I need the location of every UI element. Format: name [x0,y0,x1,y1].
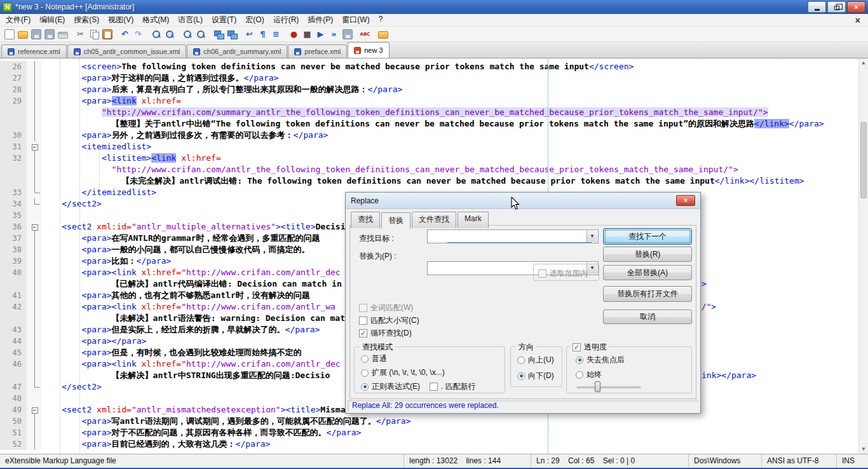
menu-item[interactable]: 窗口(W) [337,13,374,27]
tab-ch05_antlr_common_issue.xml[interactable]: ch05_antlr_common_issue.xml [67,44,187,58]
fold-toggle-icon[interactable] [27,141,42,153]
editor-line[interactable]: 52<para>目前已经遇到的，大致有这几类：</para> [0,438,868,450]
scrollbar-thumb[interactable] [860,122,867,198]
dialog-tab-Mark[interactable]: Mark [458,212,489,228]
find-icon[interactable] [149,27,163,41]
menu-item[interactable]: 语言(L) [173,13,207,27]
tab-reference.xml[interactable]: reference.xml [1,44,67,58]
zoom-out-icon[interactable] [194,27,207,41]
print-icon[interactable] [56,27,69,41]
zoom-in-icon[interactable] [180,27,194,41]
fold-toggle-icon[interactable] [27,221,42,233]
replace-icon[interactable] [163,27,176,41]
save-icon[interactable] [29,27,43,41]
editor-line[interactable]: "http://www.crifan.com/antlr_the_followi… [0,164,868,175]
chevron-down-icon[interactable]: ▼ [587,231,597,242]
find-next-button[interactable]: 查找下一个 [603,228,692,245]
paste-icon[interactable] [100,27,114,41]
save-macro-icon[interactable] [341,27,354,41]
slider-thumb[interactable] [595,381,600,392]
find-what-combobox[interactable]: ref="http://.+?/([\w_]+)/?">[^<>]+?</lin… [427,229,599,243]
dialog-tab-文件查找[interactable]: 文件查找 [412,212,456,228]
transparency-slider[interactable] [577,381,641,392]
menu-item[interactable]: ? [374,13,388,27]
editor-line[interactable]: 26<screen>The following token definition… [0,61,868,72]
in-selection-checkbox[interactable] [538,269,546,278]
cut-icon[interactable]: ✂ [74,27,87,41]
mode-normal-radio[interactable] [361,355,369,363]
editor-line[interactable]: 27<para>对于这样的问题，之前遇到过很多。</para> [0,72,868,84]
menu-item[interactable]: 文件(F) [1,13,35,27]
transparency-on-focus-loss-radio[interactable] [576,357,583,364]
tab-new-3[interactable]: new 3 [348,42,389,58]
minimize-button[interactable] [808,1,826,13]
wrap-around-checkbox[interactable] [359,329,367,337]
scroll-up-icon[interactable]: ▲ [859,58,868,67]
new-file-icon[interactable] [3,27,16,41]
editor-line[interactable]: "http://www.crifan.com/summary_antlr_the… [0,107,868,118]
dialog-titlebar[interactable]: Replace × [346,193,700,209]
scroll-down-icon[interactable]: ▼ [859,445,868,454]
cancel-button[interactable]: 取消 [603,309,692,324]
close-button[interactable]: × [847,1,865,13]
plugin-icon[interactable] [376,27,390,41]
editor-line[interactable]: 30<para>另外，之前遇到过很多次，有需要的可以去参考：</para> [0,130,868,141]
replace-button[interactable]: 替换(R) [603,247,692,262]
editor-line[interactable]: 【整理】关于antlr中出错“The following token defin… [0,118,868,130]
word-wrap-icon[interactable]: ↩ [243,27,256,41]
indent-guide-icon[interactable]: ≡ [269,27,283,41]
dialog-tab-查找[interactable]: 查找 [351,212,380,228]
sync-horizontal-icon[interactable] [225,27,238,41]
editor-line[interactable]: 32<listitem><link xl:href= [0,153,868,164]
menu-item[interactable]: 格式(M) [138,13,173,27]
status-encoding[interactable]: ANSI as UTF-8 [761,454,836,468]
transparency-checkbox[interactable] [573,343,581,351]
editor-line[interactable]: 51<para>对于不匹配的问题，其原因有各种各样，而导致不匹配的。</para… [0,427,868,438]
replace-all-open-docs-button[interactable]: 替换所有打开文件 [603,286,692,302]
document-close-icon[interactable]: × [853,15,863,25]
restore-button[interactable] [827,1,846,13]
sync-vertical-icon[interactable] [212,27,225,41]
dot-matches-newline-checkbox[interactable] [430,383,438,391]
redo-icon[interactable]: ↷ [132,27,145,41]
save-all-icon[interactable] [43,27,56,41]
titlebar[interactable]: N *new 3 - Notepad++ [Administrator] × [0,0,868,14]
menu-item[interactable]: 设置(T) [207,13,241,27]
record-macro-icon[interactable]: ● [287,27,301,41]
mode-extended-radio[interactable] [361,369,369,377]
show-all-chars-icon[interactable]: ¶ [256,27,269,41]
run-macro-multiple-icon[interactable]: » [327,27,341,41]
vertical-scrollbar[interactable]: ▲ ▼ [858,58,868,454]
editor-line[interactable]: 31<itemizedlist> [0,141,868,153]
menu-item[interactable]: 编辑(E) [35,13,69,27]
editor-line[interactable]: 【未完全解决】antlr调试出错: The following token de… [0,175,868,187]
mode-regex-radio[interactable] [361,383,369,391]
transparency-always-radio[interactable] [576,371,583,379]
fold-toggle-icon[interactable] [27,404,42,416]
dialog-tab-替换[interactable]: 替换 [381,212,410,229]
menu-item[interactable]: 插件(P) [303,13,337,27]
copy-icon[interactable] [87,27,100,41]
tab-preface.xml[interactable]: preface.xml [288,44,347,58]
undo-icon[interactable]: ↶ [118,27,132,41]
editor-line[interactable]: 50<para>写antlr语法期间，调试期间，遇到最多的，可能就属不匹配的问题… [0,416,868,427]
match-case-checkbox[interactable] [359,316,367,325]
open-file-icon[interactable] [16,27,29,41]
tab-ch06_antlr_summary.xml[interactable]: ch06_antlr_summary.xml [187,44,287,58]
status-eol-format[interactable]: Dos\Windows [688,454,761,468]
editor-line[interactable]: 28<para>后来，算是有点明白了，所以专门整理出来其原因和一般的解决思路：<… [0,84,868,95]
editor-line[interactable]: 29<para><link xl:href= [0,95,868,107]
menu-item[interactable]: 搜索(S) [69,13,104,27]
menu-item[interactable]: 宏(O) [241,13,268,27]
status-insert-mode[interactable]: INS [836,454,868,468]
play-macro-icon[interactable]: ▶ [314,27,327,41]
match-whole-word-checkbox[interactable] [359,304,367,312]
menu-item[interactable]: 视图(V) [104,13,138,27]
spell-check-icon[interactable]: ABC [358,27,372,41]
menu-item[interactable]: 运行(R) [269,13,304,27]
dialog-close-button[interactable]: × [676,195,695,206]
direction-down-radio[interactable] [517,372,525,380]
direction-up-radio[interactable] [517,357,525,364]
replace-all-button[interactable]: 全部替换(A) [603,265,692,280]
stop-macro-icon[interactable]: ■ [301,27,314,41]
